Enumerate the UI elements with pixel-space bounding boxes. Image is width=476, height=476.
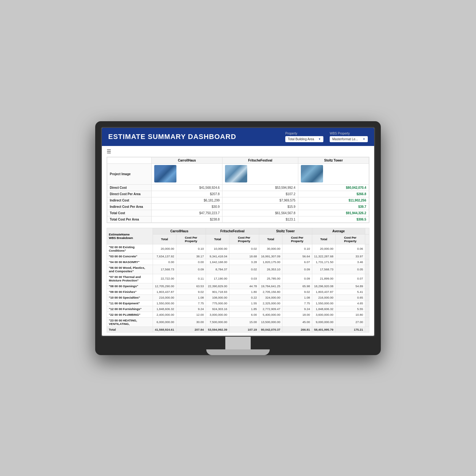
carrollhaus-total-header: Total [153, 234, 176, 244]
breakdown-row: "12 00 00 Furnishings"1,848,606.329.2492… [107, 306, 369, 312]
carrollhaus-group-header: CarrollHaus [153, 228, 206, 234]
breakdown-cell: 0.10 [176, 244, 206, 253]
breakdown-cell: 12.00 [176, 312, 206, 317]
breakdown-cell: 18,296,920.08 [312, 283, 335, 289]
breakdown-section: EstimateName WBS Breakdown CarrollHaus F… [107, 228, 369, 333]
menu-icon[interactable]: ☰ [107, 149, 369, 154]
stoltz-cpp-header: Cost Per Property [282, 234, 312, 244]
label-total-cost: Total Cost [107, 210, 152, 216]
breakdown-row-name: "12 00 00 Furnishings" [107, 306, 153, 312]
average-group-header: Average [312, 228, 365, 234]
label-indirect-cost: Indirect Cost [107, 197, 152, 203]
direct-cost-area-carrollhaus: $207.8 [152, 191, 222, 197]
breakdown-cell: 18.00 [282, 312, 312, 317]
estimate-name-header: EstimateName WBS Breakdown [107, 228, 153, 244]
wbs-dropdown[interactable]: Masterformat Le... ▼ [330, 136, 368, 142]
breakdown-header-row1: EstimateName WBS Breakdown CarrollHaus F… [107, 228, 369, 234]
breakdown-row-name: "07 00 00 Thermal and Moisture Protectio… [107, 274, 153, 283]
project-img-cell-carrollhaus [152, 163, 222, 184]
indirect-cost-area-fritsche: $15.9 [222, 203, 298, 210]
breakdown-row: "04 00 00 MASONRY"0.000.001,642,168.003.… [107, 259, 369, 265]
breakdown-cell: 7.75 [282, 300, 312, 306]
wbs-label: WBS Property [330, 132, 368, 135]
breakdown-cell: 0.09 [176, 265, 206, 274]
project-image-carrollhaus [154, 165, 176, 182]
property-dropdown[interactable]: Total Building Area ▼ [285, 136, 323, 142]
carrollhaus-cpp-header: Cost Per Property [176, 234, 206, 244]
breakdown-cell: 6.00 [229, 312, 259, 317]
breakdown-row-name: Total [107, 327, 153, 332]
breakdown-cell: 1,848,606.32 [312, 306, 335, 312]
label-total-cost-area: Total Cost Per Area [107, 216, 152, 222]
dashboard: ESTIMATE SUMMARY DASHBOARD Property Tota… [102, 128, 374, 336]
breakdown-row-name: "22 00 00 PLUMBING" [107, 312, 153, 317]
breakdown-cell: 0.06 [335, 244, 365, 253]
breakdown-cell: 107.19 [229, 327, 259, 332]
direct-cost-fritsche: $53,594,992.4 [222, 184, 298, 191]
breakdown-cell: 44.78 [229, 283, 259, 289]
project-image-fritsche [225, 165, 247, 182]
direct-cost-stoltz: $80,042,070.4 [298, 184, 369, 191]
breakdown-row: "22 00 00 PLUMBING"2,400,000.0012.003,00… [107, 312, 369, 317]
fritsche-total-header: Total [206, 234, 229, 244]
breakdown-cell: 0.00 [176, 259, 206, 265]
total-cost-carrollhaus: $47,750,223.7 [152, 210, 222, 216]
breakdown-cell: 17,190.00 [206, 274, 229, 283]
breakdown-cell: 41,568,924.61 [153, 327, 176, 332]
breakdown-cell: 2,325,000.00 [259, 300, 282, 306]
indirect-cost-carrollhaus: $6,181,299 [152, 197, 222, 203]
breakdown-cell: 0.09 [282, 265, 312, 274]
breakdown-cell: 0.02 [229, 265, 259, 274]
stoltz-total-header: Total [259, 234, 282, 244]
breakdown-row-name: "11 00 00 Equipment" [107, 300, 153, 306]
breakdown-cell: 901,718.93 [206, 289, 229, 294]
breakdown-cell: 13,500,000.00 [259, 317, 282, 327]
breakdown-cell: 1,642,168.00 [206, 259, 229, 265]
breakdown-cell: 266.81 [282, 327, 312, 332]
summary-row-total-cost-area: Total Cost Per Area $238.8 $123.1 $306.5 [107, 216, 369, 222]
breakdown-row: "09 00 00 Finishes"1,803,437.879.02901,7… [107, 289, 369, 294]
breakdown-cell: 2,772,909.47 [259, 306, 282, 312]
total-cost-area-carrollhaus: $238.8 [152, 216, 222, 222]
breakdown-cell: 0.02 [229, 244, 259, 253]
breakdown-cell: 216,000.00 [312, 294, 335, 300]
dashboard-header: ESTIMATE SUMMARY DASHBOARD Property Tota… [102, 128, 374, 146]
monitor-stand-base [206, 349, 270, 355]
breakdown-row-name: "08 00 00 Openings" [107, 283, 153, 289]
fritsche-cpp-header: Cost Per Property [229, 234, 259, 244]
breakdown-cell: 1.08 [176, 294, 206, 300]
breakdown-cell: 0.10 [282, 244, 312, 253]
breakdown-cell: 26,353.10 [259, 265, 282, 274]
breakdown-cell: 18.68 [229, 253, 259, 259]
breakdown-cell: 9,341,418.04 [206, 253, 229, 259]
breakdown-cell: 22,390,829.00 [206, 283, 229, 289]
breakdown-cell: 5.41 [335, 289, 365, 294]
breakdown-cell: 1.55 [229, 300, 259, 306]
breakdown-cell: 25,785.00 [259, 274, 282, 283]
breakdown-cell: 1.85 [229, 306, 259, 312]
breakdown-cell: 1,820,175.00 [259, 259, 282, 265]
breakdown-cell: 3,000,000.00 [206, 312, 229, 317]
breakdown-cell: 7,500,000.00 [206, 317, 229, 327]
summary-col-carrollhaus: CarrollHaus [152, 157, 222, 163]
breakdown-cell: 0.65 [335, 294, 365, 300]
breakdown-cell: 9,000,000.00 [312, 317, 335, 327]
breakdown-cell: 207.84 [176, 327, 206, 332]
breakdown-cell: 17,568.73 [153, 265, 176, 274]
total-cost-fritsche: $61,564,567.8 [222, 210, 298, 216]
monitor-stand-neck [225, 337, 251, 349]
indirect-cost-area-carrollhaus: $30.9 [152, 203, 222, 210]
breakdown-cell: 0.03 [229, 274, 259, 283]
stoltz-group-header: Stoltz Tower [259, 228, 312, 234]
breakdown-cell: 22,722.00 [153, 274, 176, 283]
breakdown-cell: 27.00 [335, 317, 365, 327]
breakdown-row: Total41,568,924.61207.8453,594,992.39107… [107, 327, 369, 332]
indirect-cost-fritsche: $7,969,575 [222, 197, 298, 203]
breakdown-row: "10 00 00 Specialties"216,000.001.08108,… [107, 294, 369, 300]
wbs-chevron-icon: ▼ [363, 138, 365, 141]
breakdown-cell: 19,784,641.25 [259, 283, 282, 289]
avg-total-header: Total [312, 234, 335, 244]
breakdown-cell: 16,991,307.09 [259, 253, 282, 259]
breakdown-cell: 5,400,000.00 [259, 312, 282, 317]
breakdown-row: "11 00 00 Equipment"1,550,000.007.75775,… [107, 300, 369, 306]
